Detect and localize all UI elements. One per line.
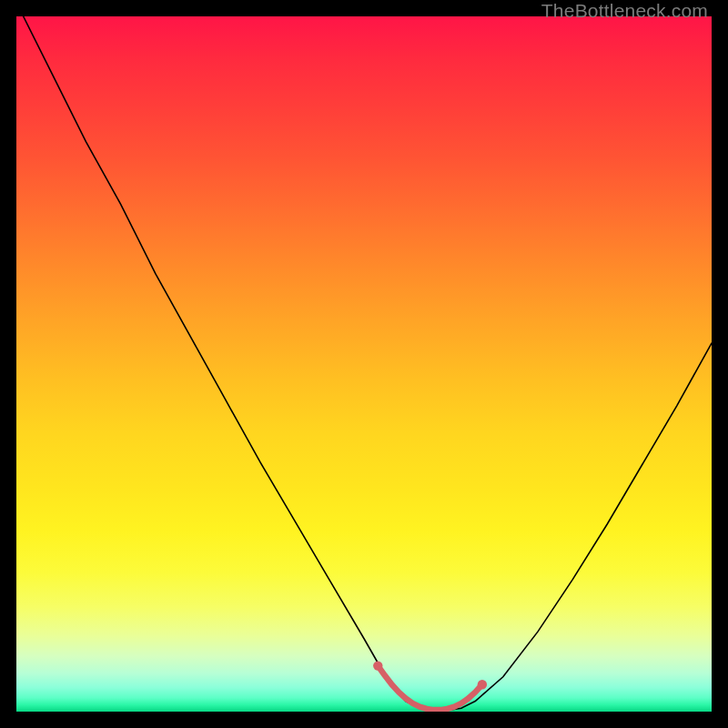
watermark-text: TheBottleneck.com [541, 0, 708, 22]
optimal-range-endpoint [478, 680, 487, 689]
curve-layer [16, 16, 712, 712]
bottleneck-curve [24, 16, 712, 710]
optimal-range-curve [373, 661, 487, 710]
plot-area [16, 16, 712, 712]
optimal-range-endpoint [373, 661, 382, 670]
chart-container: TheBottleneck.com [0, 0, 728, 728]
